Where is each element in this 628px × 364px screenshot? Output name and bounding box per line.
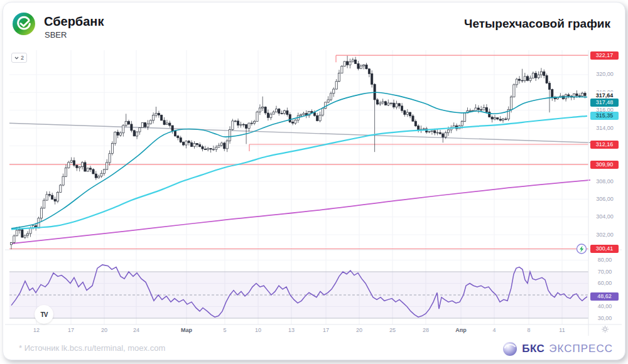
rsi-tick-label: 60,00 [590,280,619,287]
price-badge: 300,41 [590,245,619,253]
price-badge: 48,62 [590,292,619,301]
time-axis-label: 10 [247,327,269,333]
time-axis-label: 4 [484,327,505,333]
price-tick-label: 306,00 [590,196,619,203]
price-tick-label: 314,00 [590,125,619,132]
rsi-tick-label: 70,00 [590,269,619,276]
chart-canvas[interactable] [0,0,628,364]
rsi-tick-label: 30,00 [590,315,619,322]
time-axis-label: Мар [176,327,197,333]
time-axis-label: 13 [281,327,302,333]
time-axis-label: 8 [518,327,539,333]
alert-icon[interactable] [577,244,587,254]
price-tick-label: 304,00 [590,213,619,220]
gear-icon[interactable] [601,325,609,333]
time-axis-label: 28 [415,327,436,333]
chevron-down-icon [14,56,19,60]
price-badge: 317,48 [590,99,619,107]
price-tick-label: 308,00 [590,178,619,185]
time-axis-label: 17 [60,327,82,333]
legend-collapse-chip[interactable]: 2 [11,53,27,63]
time-axis-label: Апр [450,327,472,333]
time-axis-label: 25 [382,327,403,333]
time-axis-label: 17 [315,327,337,333]
price-tick-label: 302,00 [590,232,619,238]
tradingview-watermark-icon[interactable]: TV [35,305,53,324]
stage: Сбербанк SBER Четырехчасовой график 2 TV… [0,0,628,364]
time-axis-label: 5 [214,327,236,333]
rsi-tick-label: 80,00 [590,257,619,264]
bks-express-logo: БКС ЭКСПРЕСС [502,341,613,356]
price-badge: 312,16 [590,141,619,149]
hidden-indicators-count: 2 [21,55,24,61]
time-axis-label: 24 [126,327,147,333]
rsi-tick-label: 40,00 [590,303,619,310]
bks-sphere-icon [502,341,517,356]
price-badge: 309,90 [590,161,619,169]
time-axis-label: 20 [349,327,370,333]
brand-bold-text: БКС [522,343,544,355]
price-tick-label: 320,00 [590,71,619,78]
price-badge: 315,35 [590,112,619,120]
time-axis-label: 12 [26,327,47,333]
brand-light-text: ЭКСПРЕСС [549,343,613,355]
price-badge: 322,17 [590,51,619,60]
time-axis-label: 11 [551,327,573,333]
time-axis-label: 20 [94,327,115,333]
